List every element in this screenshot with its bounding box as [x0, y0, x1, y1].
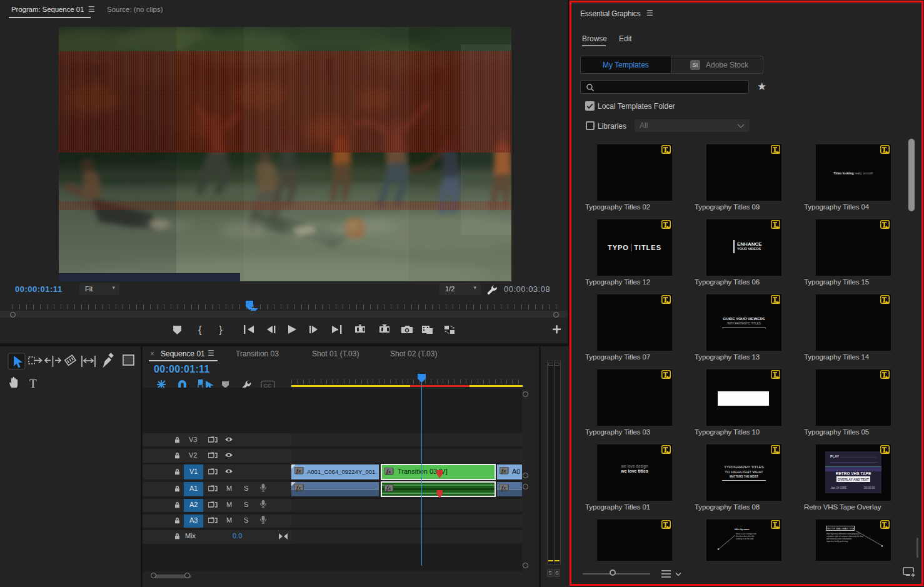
svg-text:T: T — [29, 377, 37, 390]
svg-text:}: } — [219, 324, 223, 335]
svg-text:{: { — [198, 324, 202, 335]
